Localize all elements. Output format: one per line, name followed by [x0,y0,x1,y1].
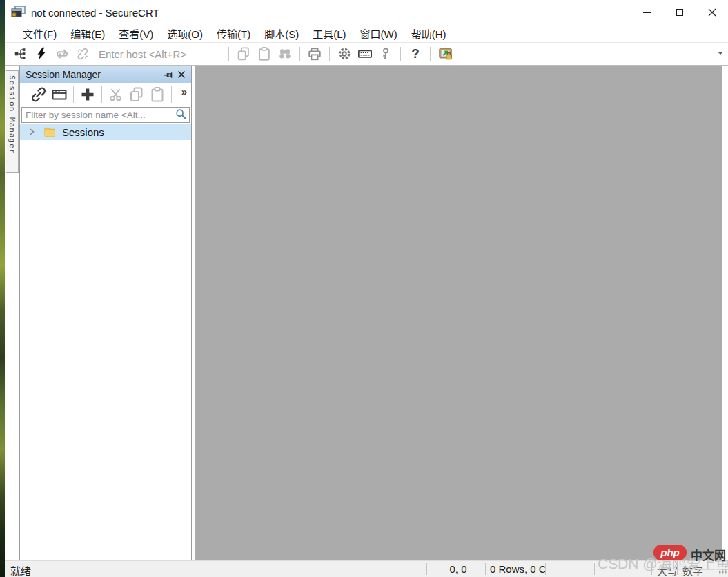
maximize-icon [676,9,683,16]
menu-transfer[interactable]: 传输(T) [210,25,257,42]
question-mark-icon: ? [411,46,420,61]
copy-button[interactable] [235,45,253,63]
session-manager-icon [13,46,28,61]
toolbar-separator [329,47,330,61]
titlebar: not connected - SecureCRT [5,0,728,25]
find-button[interactable] [276,45,294,63]
chain-link-icon [30,86,47,103]
paste-button[interactable] [255,45,273,63]
window-title: not connected - SecureCRT [31,7,159,19]
session-options-icon [437,46,453,61]
menu-options[interactable]: 选项(O) [160,25,210,42]
dock-tab-strip: Session Manager [5,66,19,560]
push-pin-icon [163,70,173,80]
menu-window[interactable]: 窗口(W) [353,25,404,42]
session-filter-box [21,107,190,123]
toolbar-separator [400,47,401,61]
keymap-editor-button[interactable] [356,45,374,63]
app-icon [10,6,26,19]
session-manager-header: Session Manager [20,66,191,83]
close-panel-icon [177,70,186,79]
menu-view[interactable]: 查看(V) [112,25,160,42]
menu-file[interactable]: 文件(F) [16,25,63,42]
host-input[interactable] [99,46,222,62]
help-button[interactable]: ? [406,45,424,63]
toolbar-separator [299,47,300,61]
tree-row-sessions[interactable]: Sessions [20,124,191,140]
lightning-icon [35,46,48,61]
status-ready: 就绪 [10,563,31,577]
minimize-button[interactable] [631,0,663,25]
plus-icon [79,86,96,103]
paste-session-button[interactable] [148,85,167,104]
panel-toolbar-separator [73,86,74,103]
tab-window-icon [51,86,68,103]
maximize-button[interactable] [663,0,696,25]
session-manager-toggle-button[interactable] [12,45,30,63]
connect-session-button[interactable] [29,85,48,104]
session-filter-input[interactable] [22,110,175,120]
toolbar-separator [430,47,431,61]
connect-in-tab-button[interactable] [50,85,69,104]
panel-toolbar-separator [171,86,172,103]
statusbar: 就绪 0, 0 0 Rows, 0 Col 大写 数字 [5,560,728,577]
close-panel-button[interactable] [175,68,188,81]
menubar: 文件(F) 编辑(E) 查看(V) 选项(O) 传输(T) 脚本(S) 工具(L… [5,25,728,43]
content-area: Session Manager Session Manager [5,66,728,560]
key-generator-button[interactable] [377,45,395,63]
menu-help[interactable]: 帮助(H) [404,25,453,42]
printer-icon [307,46,322,61]
magnifier-icon [175,108,187,123]
session-panel-toolbar: » [20,83,191,106]
reconnect-button[interactable] [53,45,71,63]
statusbar-separator [594,563,595,575]
toolbar-overflow-button[interactable] [717,50,724,55]
statusbar-separator [651,563,652,575]
minimize-icon [643,12,651,13]
menu-script[interactable]: 脚本(S) [257,25,306,42]
paste-clipboard-icon [257,46,272,61]
new-session-button[interactable] [78,85,97,104]
window-controls [631,0,728,25]
keyboard-icon [357,46,373,61]
copy-session-button[interactable] [127,85,146,104]
desktop-background-sliver [0,0,5,577]
key-icon [379,46,393,61]
statusbar-separator [426,563,427,575]
main-toolbar: ? [5,43,728,66]
tree-label-sessions: Sessions [62,126,104,138]
statusbar-separator [485,563,486,575]
status-num-indicator: 数字 [682,563,706,577]
panel-title: Session Manager [26,69,101,80]
status-rows-cols: 0 Rows, 0 Col [490,563,545,575]
terminal-area[interactable] [195,66,722,560]
resize-grip[interactable] [718,565,727,576]
binoculars-icon [277,46,293,61]
panel-toolbar-separator [101,86,102,103]
broken-link-icon [75,46,90,61]
securecrt-window: not connected - SecureCRT 文件(F) 编辑(E) 查看… [0,0,728,577]
chevron-right-icon[interactable] [27,127,37,137]
scissors-icon [108,86,124,103]
session-options-button[interactable] [436,45,454,63]
app-window: not connected - SecureCRT 文件(F) 编辑(E) 查看… [5,0,728,577]
copy-icon [236,46,251,61]
statusbar-separator [677,563,678,575]
session-manager-vertical-tab[interactable]: Session Manager [6,70,19,173]
pin-panel-button[interactable] [161,68,175,81]
status-cursor-position: 0, 0 [431,563,485,575]
close-icon [708,8,716,17]
gear-icon [337,46,352,61]
menu-edit[interactable]: 编辑(E) [63,25,112,42]
cut-session-button[interactable] [106,85,126,104]
disconnect-button[interactable] [74,45,92,63]
options-button[interactable] [335,45,353,63]
folder-icon [43,126,55,137]
close-button[interactable] [696,0,728,25]
dropdown-arrow-icon [718,52,723,55]
menu-tools[interactable]: 工具(L) [306,25,353,42]
statusbar-separator [545,563,546,575]
panel-toolbar-overflow-button[interactable]: » [181,86,187,97]
quick-connect-button[interactable] [32,45,50,63]
print-button[interactable] [306,45,324,63]
